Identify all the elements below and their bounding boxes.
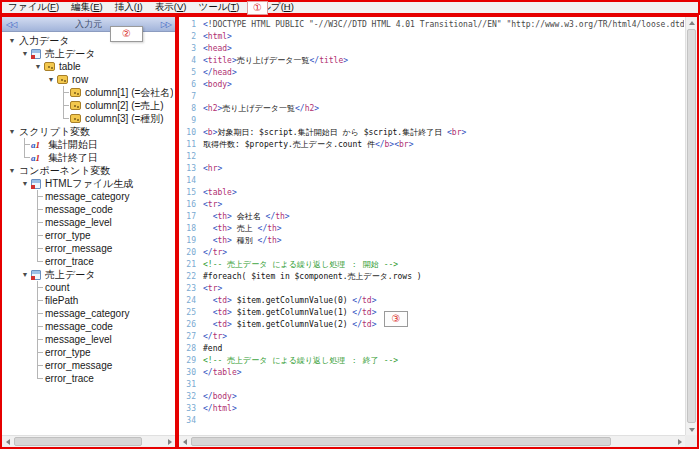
menu-item-i[interactable]: 挿入(I) bbox=[109, 1, 149, 14]
code-line[interactable]: 11取得件数: $property.売上データ.count 件</b><br> bbox=[181, 139, 684, 151]
input-source-panel: ◁◁ 入力元 ▷▷ ▼入力データ▼売上データ▼table▼rowcolumn[1… bbox=[0, 15, 177, 449]
tree-horizontal-scrollbar[interactable] bbox=[2, 435, 175, 447]
tree-node[interactable]: error_message bbox=[2, 359, 173, 372]
code-line[interactable]: 14 bbox=[181, 175, 684, 187]
tree-node[interactable]: error_message bbox=[2, 242, 173, 255]
code-token: </ bbox=[258, 224, 268, 233]
scroll-left-icon[interactable] bbox=[2, 436, 13, 447]
expander-icon[interactable]: ▼ bbox=[45, 73, 57, 86]
code-line[interactable]: 22#foreach( $item in $component.売上データ.ro… bbox=[181, 271, 684, 283]
table-icon bbox=[70, 101, 81, 110]
tree-node[interactable]: message_category bbox=[2, 307, 173, 320]
page-back-icon[interactable]: ◁◁ bbox=[6, 20, 16, 29]
code-line[interactable]: 12 bbox=[181, 151, 684, 163]
tree-node[interactable]: message_category bbox=[2, 190, 173, 203]
code-lines[interactable]: 1<!DOCTYPE HTML PUBLIC "-//W3C//DTD HTML… bbox=[181, 19, 684, 434]
code-line[interactable]: 27</tr> bbox=[181, 331, 684, 343]
code-line[interactable]: 3<head> bbox=[181, 43, 684, 55]
scrollbar-thumb[interactable] bbox=[687, 29, 696, 423]
code-line[interactable]: 33</html> bbox=[181, 403, 684, 415]
code-line[interactable]: 13<hr> bbox=[181, 163, 684, 175]
tree-node[interactable]: filePath bbox=[2, 294, 173, 307]
tree-node[interactable]: ▼row bbox=[2, 73, 173, 86]
expander-icon[interactable]: ▼ bbox=[6, 34, 18, 47]
tree-node[interactable]: message_code bbox=[2, 203, 173, 216]
scroll-right-icon[interactable] bbox=[674, 436, 685, 447]
code-line[interactable]: 15<table> bbox=[181, 187, 684, 199]
code-line[interactable]: 1<!DOCTYPE HTML PUBLIC "-//W3C//DTD HTML… bbox=[181, 19, 684, 31]
code-line[interactable]: 9 bbox=[181, 115, 684, 127]
expander-icon[interactable]: ▼ bbox=[19, 268, 31, 281]
tree-node[interactable]: ▼HTMLファイル生成 bbox=[2, 177, 173, 190]
annotation-marker-2: ② bbox=[110, 26, 143, 42]
tree-node[interactable]: ▼売上データ bbox=[2, 47, 173, 60]
tree-node[interactable]: count bbox=[2, 281, 173, 294]
code-token: <!-- 売上データ による繰り返し処理 ： 終了 --> bbox=[203, 356, 398, 365]
scroll-left-icon[interactable] bbox=[179, 436, 190, 447]
tree-connector bbox=[32, 229, 44, 242]
menu-item-e[interactable]: 編集(E) bbox=[65, 1, 109, 14]
scroll-up-icon[interactable] bbox=[686, 17, 697, 28]
tree-node[interactable]: message_level bbox=[2, 333, 173, 346]
code-line[interactable]: 7 bbox=[181, 91, 684, 103]
tree-node[interactable]: ▼コンポーネント変数 bbox=[2, 164, 173, 177]
line-number: 18 bbox=[181, 223, 196, 235]
scroll-right-icon[interactable] bbox=[164, 436, 175, 447]
code-line[interactable]: 23<tr> bbox=[181, 283, 684, 295]
tree-node[interactable]: ▼table bbox=[2, 60, 173, 73]
tree-node[interactable]: ▼入力データ bbox=[2, 34, 173, 47]
tree-node[interactable]: a1集計終了日 bbox=[2, 151, 173, 164]
tree-node[interactable]: error_type bbox=[2, 346, 173, 359]
tree-node[interactable]: column[2] (=売上) bbox=[2, 99, 173, 112]
tree-node[interactable]: ▼売上データ bbox=[2, 268, 173, 281]
code-line[interactable]: 32</body> bbox=[181, 391, 684, 403]
code-line[interactable]: 6<body> bbox=[181, 79, 684, 91]
code-line[interactable]: 16<tr> bbox=[181, 199, 684, 211]
code-line[interactable]: 29<!-- 売上データ による繰り返し処理 ： 終了 --> bbox=[181, 355, 684, 367]
tree-node[interactable]: a1集計開始日 bbox=[2, 138, 173, 151]
menu-item-f[interactable]: ファイル(F) bbox=[2, 1, 65, 14]
tree-node[interactable]: column[3] (=種別) bbox=[2, 112, 173, 125]
page-forward-icon[interactable]: ▷▷ bbox=[161, 20, 171, 29]
scrollbar-thumb[interactable] bbox=[14, 437, 142, 446]
tree-node[interactable]: column[1] (=会社名) bbox=[2, 86, 173, 99]
editor-vertical-scrollbar[interactable] bbox=[685, 17, 697, 435]
code-line[interactable]: 31 bbox=[181, 379, 684, 391]
code-line[interactable]: 30</table> bbox=[181, 367, 684, 379]
code-line[interactable]: 10<b>対象期日: $script.集計開始日 から $script.集計終了… bbox=[181, 127, 684, 139]
expander-icon[interactable]: ▼ bbox=[19, 47, 31, 60]
code-line[interactable]: 19 <th> 種別 </th> bbox=[181, 235, 684, 247]
code-line[interactable]: 34 bbox=[181, 415, 684, 427]
code-line[interactable]: 28#end bbox=[181, 343, 684, 355]
scroll-down-icon[interactable] bbox=[686, 424, 697, 435]
tree-node[interactable]: message_code bbox=[2, 320, 173, 333]
code-editor-panel[interactable]: 1<!DOCTYPE HTML PUBLIC "-//W3C//DTD HTML… bbox=[177, 15, 699, 449]
code-line[interactable]: 26 <td> $item.getColumnValue(2) </td> bbox=[181, 319, 684, 331]
code-line[interactable]: 4<title>売り上げデータ一覧</title> bbox=[181, 55, 684, 67]
tree-node-label: error_trace bbox=[44, 373, 94, 384]
code-line[interactable]: 24 <td> $item.getColumnValue(0) </td> bbox=[181, 295, 684, 307]
code-line[interactable]: 21<!-- 売上データ による繰り返し処理 ： 開始 --> bbox=[181, 259, 684, 271]
tree-node[interactable]: ▼スクリプト変数 bbox=[2, 125, 173, 138]
tree-node[interactable]: error_trace bbox=[2, 372, 173, 385]
code-token: </ bbox=[375, 140, 385, 149]
code-line[interactable]: 17 <th> 会社名 </th> bbox=[181, 211, 684, 223]
expander-icon[interactable]: ▼ bbox=[32, 60, 44, 73]
tree-node[interactable]: error_type bbox=[2, 229, 173, 242]
code-token: #foreach( $item in $component.売上データ.rows… bbox=[203, 272, 422, 281]
menu-item-v[interactable]: 表示(V) bbox=[149, 1, 193, 14]
code-line[interactable]: 20</tr> bbox=[181, 247, 684, 259]
code-line[interactable]: 8<h2>売り上げデータ一覧</h2> bbox=[181, 103, 684, 115]
scrollbar-thumb[interactable] bbox=[191, 437, 611, 446]
code-line[interactable]: 18 <th> 売上 </th> bbox=[181, 223, 684, 235]
expander-icon[interactable]: ▼ bbox=[6, 125, 18, 138]
tree-node[interactable]: message_level bbox=[2, 216, 173, 229]
menu-item-t[interactable]: ツール(T) bbox=[192, 1, 245, 14]
editor-horizontal-scrollbar[interactable] bbox=[179, 435, 685, 447]
code-line[interactable]: 5</head> bbox=[181, 67, 684, 79]
expander-icon[interactable]: ▼ bbox=[19, 177, 31, 190]
expander-icon[interactable]: ▼ bbox=[6, 164, 18, 177]
tree-node[interactable]: error_trace bbox=[2, 255, 173, 268]
code-line[interactable]: 25 <td> $item.getColumnValue(1) </td> bbox=[181, 307, 684, 319]
code-line[interactable]: 2<html> bbox=[181, 31, 684, 43]
